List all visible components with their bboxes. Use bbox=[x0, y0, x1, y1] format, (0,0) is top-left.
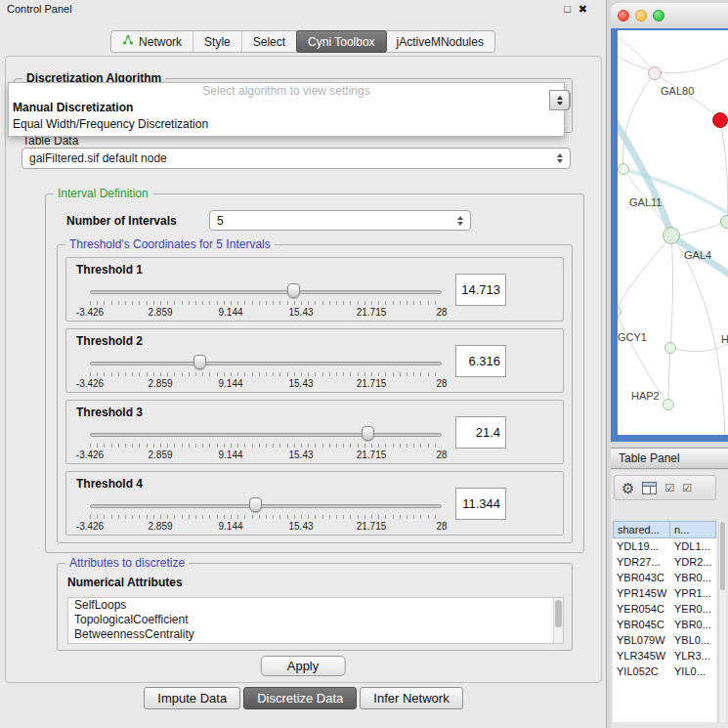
tick-label: -3.426 bbox=[76, 378, 104, 389]
tick-label: 28 bbox=[436, 450, 447, 460]
columns-icon[interactable] bbox=[642, 482, 657, 494]
tab-cyni-toolbox[interactable]: Cyni Toolbox bbox=[296, 30, 386, 53]
gear-icon[interactable]: ⚙ bbox=[621, 481, 634, 495]
number-of-intervals-combobox[interactable]: 5 bbox=[209, 210, 471, 231]
network-node[interactable] bbox=[664, 342, 676, 354]
threshold-value-field[interactable]: 21.4 bbox=[455, 416, 506, 449]
combobox-stepper-icon[interactable] bbox=[557, 153, 563, 163]
tab-impute-data[interactable]: Impute Data bbox=[144, 687, 240, 709]
network-node[interactable] bbox=[648, 66, 662, 80]
select-none-checkbox-icon[interactable]: ☑ bbox=[682, 483, 692, 493]
apply-button[interactable]: Apply bbox=[261, 656, 346, 676]
table-row[interactable]: YLR345WYLR3... bbox=[613, 648, 716, 664]
tab-label: Cyni Toolbox bbox=[308, 35, 374, 49]
network-canvas[interactable]: GAL80GAL11GAL4GCY1HAP2H bbox=[618, 30, 728, 435]
algorithm-combobox-stepper[interactable] bbox=[549, 90, 570, 110]
close-traffic-light-icon[interactable] bbox=[618, 10, 629, 21]
node-label: GCY1 bbox=[618, 331, 647, 343]
minimize-traffic-light-icon[interactable] bbox=[635, 10, 647, 21]
table-header-row: shared... n... bbox=[613, 521, 716, 538]
combobox-stepper-icon[interactable] bbox=[457, 216, 463, 226]
list-item-selfloops[interactable]: SelfLoops bbox=[68, 598, 563, 613]
network-node[interactable] bbox=[618, 163, 629, 175]
table-cell: YBR0... bbox=[670, 572, 716, 583]
slider-tick-ruler bbox=[90, 515, 442, 519]
slider-thumb[interactable] bbox=[193, 355, 206, 369]
list-item-topologicalcoefficient[interactable]: TopologicalCoefficient bbox=[68, 613, 563, 627]
threshold-label: Threshold 2 bbox=[76, 334, 143, 348]
table-row[interactable]: YBR045CYBR0... bbox=[613, 617, 716, 632]
slider-thumb[interactable] bbox=[362, 426, 374, 441]
table-cell: YBL0... bbox=[670, 634, 716, 646]
table-cell: YLR345W bbox=[613, 650, 670, 662]
slider-thumb[interactable] bbox=[249, 497, 262, 512]
zoom-traffic-light-icon[interactable] bbox=[653, 10, 664, 21]
threshold-value-field[interactable]: 6.316 bbox=[455, 345, 506, 377]
tick-label: 9.144 bbox=[218, 307, 242, 318]
threshold-3-slider[interactable] bbox=[90, 426, 442, 444]
tab-infer-network[interactable]: Infer Network bbox=[360, 687, 462, 709]
group-title: Threshold's Coordinates for 5 Intervals bbox=[65, 237, 275, 251]
network-node[interactable] bbox=[720, 215, 728, 229]
list-scrollbar[interactable] bbox=[553, 598, 563, 643]
threshold-2-panel: Threshold 2 -3.4262.8599.14415.4321.7152… bbox=[65, 328, 564, 393]
threshold-4-panel: Threshold 4 -3.4262.8599.14415.4321.7152… bbox=[65, 471, 564, 535]
slider-thumb[interactable] bbox=[287, 283, 300, 298]
dropdown-option-equal-width-frequency[interactable]: Equal Width/Frequency Discretization bbox=[9, 116, 564, 133]
tick-label: 21.715 bbox=[357, 521, 387, 532]
table-cell: YER054C bbox=[613, 603, 670, 615]
node-label: GAL80 bbox=[661, 85, 694, 97]
threshold-4-slider[interactable] bbox=[90, 497, 442, 515]
column-header-shared-name[interactable]: shared... bbox=[613, 521, 670, 538]
tab-style[interactable]: Style bbox=[193, 31, 242, 52]
tab-network[interactable]: Network bbox=[111, 31, 193, 52]
tick-label: -3.426 bbox=[76, 450, 104, 460]
column-header-name[interactable]: n... bbox=[670, 521, 716, 538]
float-window-icon[interactable]: □ bbox=[564, 3, 571, 16]
tab-select[interactable]: Select bbox=[242, 31, 297, 52]
select-all-checkbox-icon[interactable]: ☑ bbox=[664, 483, 674, 493]
tick-label: 9.144 bbox=[218, 521, 242, 532]
table-row[interactable]: YDL19...YDL1... bbox=[613, 538, 716, 554]
table-cell: YIL0... bbox=[670, 665, 716, 677]
table-scrollbar[interactable] bbox=[718, 521, 726, 722]
scrollbar-thumb[interactable] bbox=[555, 600, 562, 627]
table-data-combobox[interactable]: galFiltered.sif default node bbox=[21, 148, 571, 169]
table-row[interactable]: YER054CYER0... bbox=[613, 601, 716, 617]
slider-track[interactable] bbox=[90, 433, 442, 437]
table-row[interactable]: YBL079WYBL0... bbox=[613, 632, 716, 648]
table-row[interactable]: YDR27...YDR2... bbox=[613, 554, 716, 570]
slider-track[interactable] bbox=[90, 504, 442, 508]
network-node[interactable] bbox=[712, 112, 728, 128]
table-row[interactable]: YPR145WYPR1... bbox=[613, 585, 716, 601]
tab-jactivemnodules[interactable]: jActiveMNodules bbox=[386, 31, 494, 52]
table-row[interactable]: YIL052CYIL0... bbox=[613, 664, 716, 679]
network-node[interactable] bbox=[663, 227, 680, 244]
scrollbar-thumb[interactable] bbox=[720, 522, 725, 590]
slider-track[interactable] bbox=[90, 362, 442, 365]
threshold-value-field[interactable]: 11.344 bbox=[455, 488, 506, 520]
table-cell: YBR045C bbox=[613, 619, 670, 630]
list-item-betweennesscentrality[interactable]: BetweennessCentrality bbox=[68, 627, 563, 642]
tick-label: 28 bbox=[436, 307, 447, 318]
tab-discretize-data[interactable]: Discretize Data bbox=[243, 687, 357, 709]
table-row[interactable]: YBR043CYBR0... bbox=[613, 570, 716, 585]
tick-label: -3.426 bbox=[76, 307, 104, 318]
slider-track[interactable] bbox=[90, 290, 442, 294]
table-cell: YBR0... bbox=[670, 619, 716, 630]
tick-label: 9.144 bbox=[218, 450, 242, 460]
threshold-value-field[interactable]: 14.713 bbox=[455, 274, 506, 306]
table-toolbar: ⚙ ☑ ☑ bbox=[614, 475, 716, 500]
close-icon[interactable]: ✖ bbox=[578, 3, 587, 16]
dropdown-option-manual-discretization[interactable]: Manual Discretization bbox=[9, 100, 564, 116]
tick-label: 2.859 bbox=[148, 450, 172, 460]
network-node[interactable] bbox=[663, 399, 674, 410]
table-data-value: galFiltered.sif default node bbox=[29, 151, 167, 165]
threshold-3-panel: Threshold 3 -3.4262.8599.14415.4321.7152… bbox=[65, 400, 564, 464]
network-view-window: GAL80GAL11GAL4GCY1HAP2H bbox=[611, 3, 728, 442]
threshold-1-slider[interactable] bbox=[90, 283, 442, 301]
tab-label: Network bbox=[139, 35, 182, 49]
bottom-tab-bar: Impute Data Discretize Data Infer Networ… bbox=[0, 687, 607, 709]
node-label: HAP2 bbox=[631, 390, 660, 402]
threshold-2-slider[interactable] bbox=[90, 355, 442, 372]
